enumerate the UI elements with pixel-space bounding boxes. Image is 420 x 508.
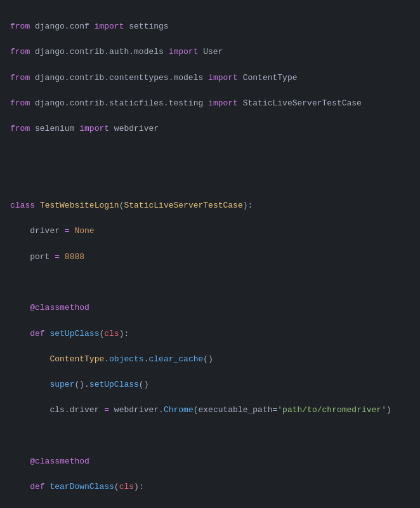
code-line: from django.conf import settings [10,20,410,33]
code-editor: from django.conf import settings from dj… [0,0,420,508]
code-line: def setUpClass(cls): [10,328,410,340]
code-line: ContentType.objects.clear_cache() [10,353,410,366]
code-line: @classmethod [10,302,410,314]
code-line [10,149,410,161]
code-line [10,276,410,289]
code-line [10,430,410,443]
code-line: @classmethod [10,455,410,468]
code-line: driver = None [10,225,410,237]
code-line [10,174,410,187]
code-line: cls.driver = webdriver.Chrome(executable… [10,404,410,417]
code-line: from selenium import webdriver [10,123,410,135]
code-line: from django.contrib.auth.models import U… [10,46,410,58]
code-line: port = 8888 [10,251,410,264]
code-line: super().setUpClass() [10,378,410,391]
code-line: def tearDownClass(cls): [10,481,410,493]
code-line: class TestWebsiteLogin(StaticLiveServerT… [10,199,410,212]
code-line: from django.contrib.contenttypes.models … [10,72,410,84]
code-line: from django.contrib.staticfiles.testing … [10,97,410,110]
